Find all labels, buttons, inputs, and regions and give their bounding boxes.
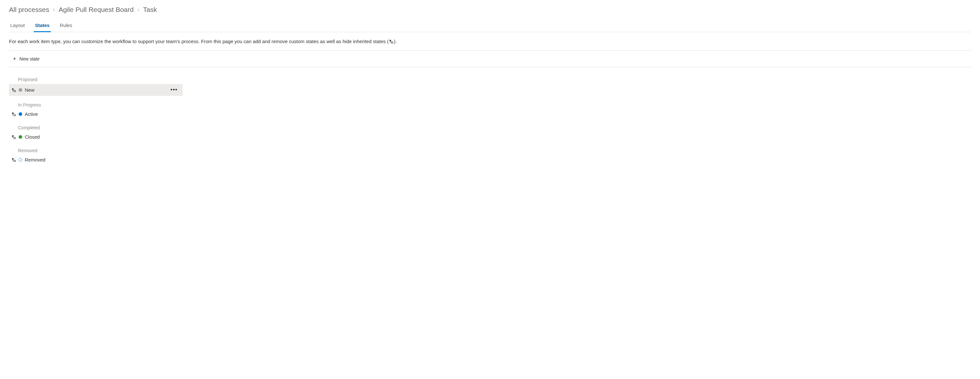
tab-layout[interactable]: Layout [9,20,26,32]
inherited-icon [11,135,16,139]
category-label-completed: Completed [9,123,183,132]
state-name: Removed [25,157,45,162]
svg-rect-5 [14,114,16,116]
states-list: Proposed New ••• In Progress [9,67,183,164]
breadcrumb-current: Task [143,6,157,14]
svg-rect-4 [12,112,14,114]
toolbar: + New state [9,51,971,67]
state-row-active[interactable]: Active ••• [9,109,183,119]
state-row-removed[interactable]: Removed ••• [9,155,183,164]
state-name: Active [25,111,38,117]
state-color-dot [19,88,22,92]
state-name: New [25,87,34,93]
inherited-icon [11,112,16,116]
svg-rect-8 [12,158,14,159]
svg-rect-1 [391,41,393,43]
state-color-dot [19,158,22,161]
svg-rect-7 [14,137,16,139]
chevron-right-icon: › [138,7,139,13]
state-color-dot [19,112,22,116]
breadcrumb-process-link[interactable]: Agile Pull Request Board [59,6,134,14]
state-color-dot [19,135,22,139]
category-label-removed: Removed [9,146,183,155]
svg-rect-2 [12,88,14,90]
svg-rect-3 [14,90,16,92]
tabs: Layout States Rules [9,20,971,32]
state-row-new[interactable]: New ••• [9,84,183,96]
tab-rules[interactable]: Rules [59,20,73,32]
breadcrumb-root-link[interactable]: All processes [9,6,49,14]
chevron-right-icon: › [53,7,55,13]
category-label-inprogress: In Progress [9,100,183,109]
breadcrumb: All processes › Agile Pull Request Board… [9,6,971,14]
svg-rect-0 [390,40,391,41]
state-row-closed[interactable]: Closed ••• [9,132,183,142]
category-label-proposed: Proposed [9,75,183,84]
tab-states[interactable]: States [34,20,51,32]
new-state-label: New state [20,56,40,61]
more-actions-button[interactable]: ••• [168,86,180,94]
inherited-icon [11,158,16,162]
plus-icon: + [13,56,16,62]
svg-rect-9 [14,160,16,161]
svg-rect-6 [12,135,14,137]
description-text: For each work item type, you can customi… [9,32,971,51]
state-name: Closed [25,134,40,140]
inherited-icon [389,40,393,43]
new-state-button[interactable]: + New state [9,55,43,63]
inherited-icon [11,88,16,92]
